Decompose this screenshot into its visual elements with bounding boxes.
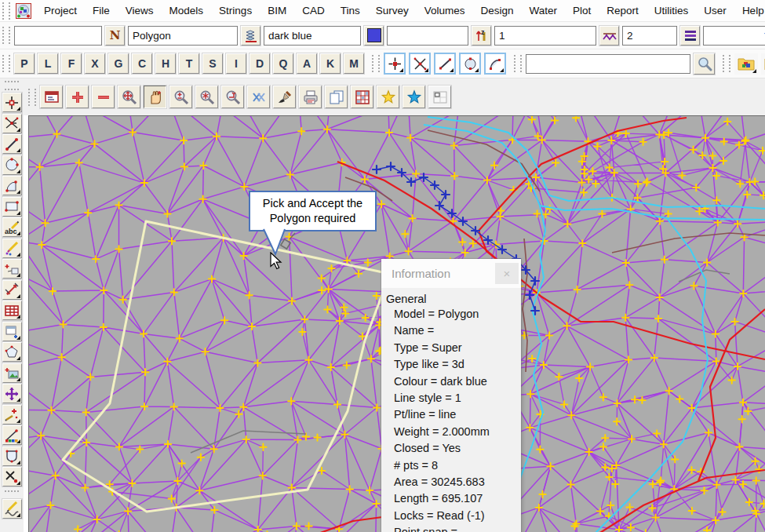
cad-letter-button[interactable]: Q <box>273 53 293 74</box>
cad-letter-button[interactable]: I <box>226 53 246 74</box>
super-polygon-button[interactable] <box>2 446 22 466</box>
colour-input[interactable] <box>264 26 361 46</box>
favourites-blue-button[interactable] <box>403 86 425 108</box>
cross-snap-button[interactable] <box>409 53 431 75</box>
pencil-freehand-button[interactable] <box>2 499 22 519</box>
zoom-out-button[interactable] <box>92 86 115 108</box>
menu-item[interactable]: BIM <box>260 0 294 21</box>
menu-item[interactable]: Models <box>162 0 212 21</box>
redraw-button[interactable] <box>273 86 296 108</box>
circle-create-button[interactable] <box>2 155 22 175</box>
menu-item[interactable]: Volumes <box>417 0 473 21</box>
toolbar-grip[interactable] <box>2 55 10 72</box>
menu-item[interactable]: Water <box>522 0 566 21</box>
point-edit-button[interactable] <box>2 405 22 425</box>
image-insert-button[interactable] <box>2 363 22 383</box>
text-create-button[interactable]: abc <box>2 217 22 237</box>
menu-item[interactable]: Tins <box>333 0 368 21</box>
weight-lines-icon[interactable] <box>680 26 700 46</box>
cad-letter-button[interactable]: A <box>297 53 317 74</box>
shrink-button[interactable] <box>195 86 218 108</box>
cad-letter-button[interactable]: L <box>38 53 58 74</box>
zoom-in-button[interactable] <box>66 86 89 108</box>
colour-swatch-button[interactable] <box>364 26 384 46</box>
favourites-yellow-button[interactable] <box>377 86 399 108</box>
menu-item[interactable]: Utilities <box>647 0 697 21</box>
zoom-previous-button[interactable] <box>221 86 244 108</box>
search-input[interactable] <box>526 54 690 74</box>
height-z-icon[interactable]: z <box>472 26 491 46</box>
pan-button[interactable] <box>144 86 166 108</box>
table-grid-button[interactable] <box>2 301 22 320</box>
tinable-input[interactable] <box>703 26 765 46</box>
menu-item[interactable]: Design <box>473 0 522 21</box>
menu-item[interactable]: CAD <box>294 0 333 21</box>
toolbar-grip[interactable] <box>372 55 380 72</box>
string-colours-button[interactable] <box>2 425 22 445</box>
cad-letter-button[interactable]: S <box>202 53 223 74</box>
grid-button[interactable] <box>351 86 373 108</box>
cad-letter-button[interactable]: C <box>132 53 152 74</box>
linestyle-input[interactable] <box>494 26 596 46</box>
toolbar-grip[interactable] <box>514 55 522 72</box>
zoom-dynamic-button[interactable] <box>169 86 192 108</box>
line-snap-button[interactable] <box>434 53 456 75</box>
delete-point-button[interactable] <box>2 467 22 486</box>
cad-letter-button[interactable]: D <box>250 53 270 74</box>
window-copy-button[interactable] <box>2 322 22 341</box>
menu-item[interactable]: Help <box>734 0 765 21</box>
model-input[interactable] <box>128 26 238 46</box>
menu-item[interactable]: Plot <box>565 0 599 21</box>
polygon-create-button[interactable] <box>2 342 22 362</box>
copy-view-button[interactable] <box>325 86 348 108</box>
weight-input[interactable] <box>622 26 677 46</box>
layout-button[interactable] <box>428 86 451 108</box>
toolbar-grip[interactable] <box>28 89 36 106</box>
pencil-points-button[interactable] <box>2 239 22 258</box>
menu-item[interactable]: Views <box>118 0 162 21</box>
point-snap-button[interactable] <box>384 53 406 75</box>
menu-item[interactable]: Strings <box>211 0 260 21</box>
toolbar-grip[interactable] <box>2 27 10 44</box>
line-create-button[interactable] <box>2 134 22 154</box>
cad-letter-button[interactable]: G <box>108 53 129 74</box>
menu-item[interactable]: Report <box>599 0 647 21</box>
circle-snap-button[interactable] <box>459 53 481 75</box>
toolbar-grip[interactable] <box>2 2 10 20</box>
point-create-button[interactable] <box>2 93 22 112</box>
menu-item[interactable]: User <box>696 0 734 21</box>
recalc-folder-button[interactable] <box>761 53 765 75</box>
toolbar-grip[interactable] <box>723 55 730 72</box>
model-folder-button[interactable] <box>734 53 758 75</box>
name-box-icon[interactable]: N <box>105 26 125 46</box>
search-button[interactable] <box>694 53 715 75</box>
cad-letter-button[interactable]: T <box>179 53 199 74</box>
cad-letter-button[interactable]: X <box>85 53 105 74</box>
cad-letter-button[interactable]: P <box>14 53 35 74</box>
model-layers-icon[interactable] <box>241 26 260 46</box>
symbol-create-button[interactable] <box>2 259 22 279</box>
toolbar-grip[interactable] <box>5 81 19 90</box>
delete-view-button[interactable] <box>247 86 270 108</box>
view-menu-button[interactable] <box>40 86 63 108</box>
rectangle-create-button[interactable] <box>2 197 22 217</box>
name-input[interactable] <box>14 26 102 46</box>
menu-item[interactable]: File <box>85 0 118 21</box>
plot-button[interactable] <box>299 86 322 108</box>
model-view-canvas[interactable]: Pick and Accept the Polygon required Inf… <box>24 115 765 532</box>
height-input[interactable] <box>387 26 468 46</box>
zoom-extents-button[interactable] <box>118 86 140 108</box>
menu-item[interactable]: Project <box>36 0 85 21</box>
close-icon[interactable]: × <box>495 263 519 284</box>
move-button[interactable] <box>2 384 22 403</box>
cad-letter-button[interactable]: M <box>344 53 364 74</box>
cad-letter-button[interactable]: K <box>320 53 341 74</box>
cad-letter-button[interactable]: F <box>61 53 82 74</box>
arc-create-button[interactable] <box>2 176 22 195</box>
menu-item[interactable]: Survey <box>368 0 417 21</box>
node-junction-button[interactable] <box>2 114 22 133</box>
cad-letter-button[interactable]: H <box>155 53 176 74</box>
information-panel-titlebar[interactable]: Information × <box>381 259 521 288</box>
linestyle-zigzag-icon[interactable] <box>599 26 619 46</box>
measure-button[interactable] <box>2 280 22 300</box>
